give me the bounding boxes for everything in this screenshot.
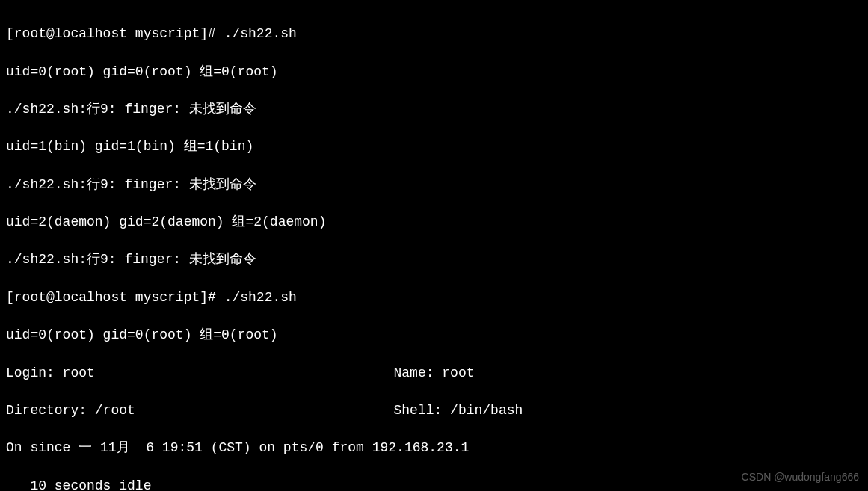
output-line: uid=1(bin) gid=1(bin) 组=1(bin) <box>6 138 862 156</box>
output-line: ./sh22.sh:行9: finger: 未找到命令 <box>6 100 862 119</box>
output-line: uid=0(root) gid=0(root) 组=0(root) <box>6 326 862 345</box>
output-line: Directory: /root Shell: /bin/bash <box>6 401 862 420</box>
output-line: 10 seconds idle <box>6 477 862 491</box>
output-line: On since 一 11月 6 19:51 (CST) on pts/0 fr… <box>6 439 862 457</box>
output-line: uid=2(daemon) gid=2(daemon) 组=2(daemon) <box>6 213 862 232</box>
prompt-line: [root@localhost myscript]# ./sh22.sh <box>6 288 862 307</box>
output-line: uid=0(root) gid=0(root) 组=0(root) <box>6 63 862 81</box>
output-line: Login: root Name: root <box>6 364 862 383</box>
terminal-output[interactable]: [root@localhost myscript]# ./sh22.sh uid… <box>6 6 862 491</box>
watermark-text: CSDN @wudongfang666 <box>742 470 859 485</box>
output-line: ./sh22.sh:行9: finger: 未找到命令 <box>6 176 862 194</box>
output-line: ./sh22.sh:行9: finger: 未找到命令 <box>6 250 862 269</box>
prompt-line: [root@localhost myscript]# ./sh22.sh <box>6 25 862 43</box>
